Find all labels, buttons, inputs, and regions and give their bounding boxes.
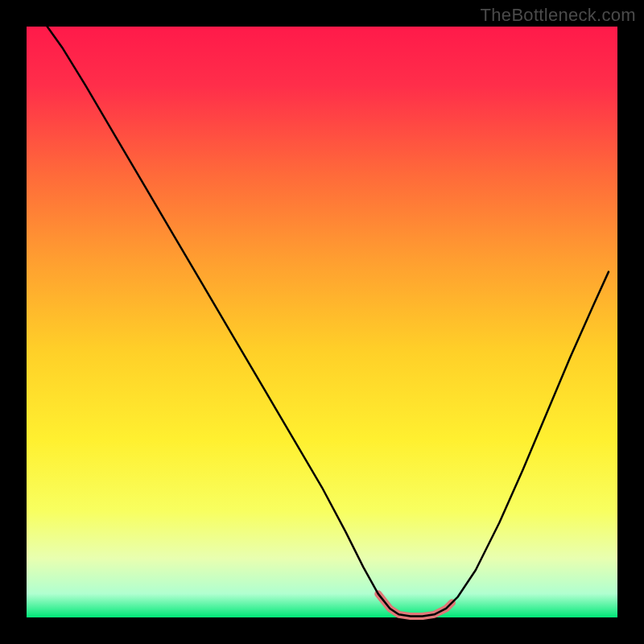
watermark-label: TheBottleneck.com bbox=[481, 5, 636, 26]
chart-container: TheBottleneck.com bbox=[0, 0, 644, 644]
bottleneck-chart bbox=[0, 0, 644, 644]
plot-background bbox=[27, 27, 617, 617]
